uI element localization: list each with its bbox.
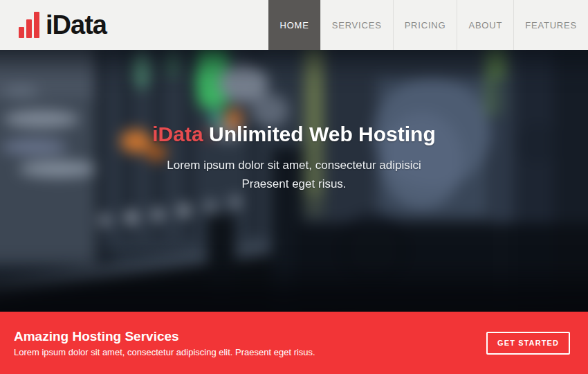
hero-title-highlight: iData xyxy=(152,123,203,145)
hero-section: iData Unlimited Web Hosting Lorem ipsum … xyxy=(0,50,588,312)
cta-description: Lorem ipsum dolor sit amet, consectetur … xyxy=(14,348,315,357)
hero-content: iData Unlimited Web Hosting Lorem ipsum … xyxy=(0,50,588,193)
main-nav: HOME SERVICES PRICING ABOUT FEATURES xyxy=(268,0,588,50)
get-started-button[interactable]: GET STARTED xyxy=(486,332,570,355)
cta-banner-text: Amazing Hosting Services Lorem ipsum dol… xyxy=(14,330,315,357)
logo[interactable]: iData xyxy=(0,0,107,50)
hero-subtitle: Lorem ipsum dolor sit amet, consectetur … xyxy=(0,156,588,193)
cta-heading: Amazing Hosting Services xyxy=(14,330,315,343)
nav-item-pricing[interactable]: PRICING xyxy=(393,0,457,50)
hero-subtitle-line1: Lorem ipsum dolor sit amet, consectetur … xyxy=(167,159,421,172)
hero-subtitle-line2: Praesent eget risus. xyxy=(241,177,346,190)
brand-name: iData xyxy=(46,12,107,38)
bar-chart-icon xyxy=(19,12,39,38)
nav-list: HOME SERVICES PRICING ABOUT FEATURES xyxy=(268,0,588,50)
hero-title: iData Unlimited Web Hosting xyxy=(0,122,588,147)
nav-item-home[interactable]: HOME xyxy=(268,0,320,50)
nav-item-services[interactable]: SERVICES xyxy=(320,0,393,50)
cta-banner: Amazing Hosting Services Lorem ipsum dol… xyxy=(0,312,588,374)
hosting-landing-page: iData HOME SERVICES PRICING ABOUT FEATUR… xyxy=(0,0,588,374)
site-header: iData HOME SERVICES PRICING ABOUT FEATUR… xyxy=(0,0,588,50)
nav-item-about[interactable]: ABOUT xyxy=(457,0,513,50)
hero-title-rest: Unlimited Web Hosting xyxy=(203,123,436,145)
nav-item-features[interactable]: FEATURES xyxy=(513,0,588,50)
